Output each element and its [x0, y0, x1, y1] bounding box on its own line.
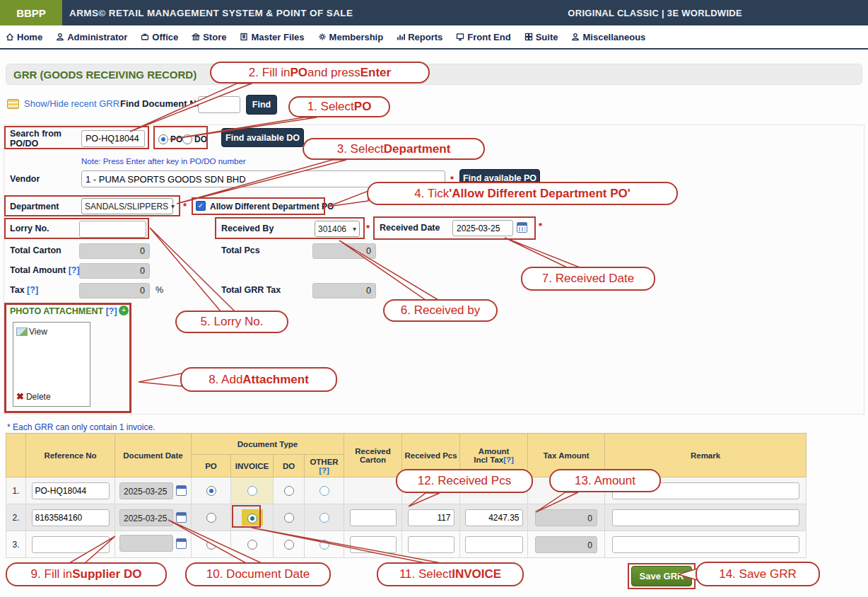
tax-amount-value: 0: [535, 509, 597, 526]
radio-do-circle[interactable]: [182, 134, 192, 144]
photo-view-link[interactable]: View: [16, 327, 47, 337]
total-amount-value: 0: [79, 263, 150, 279]
person-icon: [571, 33, 580, 41]
nav-item-office[interactable]: Office: [141, 32, 178, 42]
row1-other-radio[interactable]: [319, 486, 329, 496]
vendor-label: Vendor: [10, 174, 40, 184]
reference-no-input[interactable]: [32, 482, 110, 499]
total-pcs-label: Total Pcs: [221, 245, 260, 255]
chevron-down-icon: ▾: [353, 225, 356, 233]
total-pcs-value: 0: [312, 243, 376, 259]
tax-value: 0: [79, 283, 150, 298]
nav-item-suite[interactable]: Suite: [524, 32, 558, 42]
invoice-note: * Each GRR can only contain 1 invoice.: [7, 422, 155, 432]
table-row: 3. 0: [6, 531, 807, 558]
col-document-type: Document Type: [192, 434, 344, 455]
total-amount-label: Total Amount [?]: [10, 265, 80, 275]
calendar-icon[interactable]: [176, 512, 187, 523]
callout-3-select-department: 3. Select Department: [303, 138, 485, 160]
nav-item-store[interactable]: Store: [192, 32, 226, 42]
nav-item-miscellaneous[interactable]: Miscellaneous: [571, 32, 645, 42]
lorry-no-label: Lorry No.: [10, 224, 49, 233]
person-icon: [56, 33, 64, 41]
bank-icon: [192, 33, 200, 41]
callout-4-tick-allow: 4. Tick 'Allow Different Department PO': [367, 182, 678, 205]
reference-no-input[interactable]: [32, 536, 110, 553]
top-right-text: ORIGINAL CLASSIC | 3E WORLDWIDE: [568, 0, 742, 25]
radio-do[interactable]: DO: [182, 132, 207, 145]
save-grr-button[interactable]: Save GRR: [631, 566, 692, 586]
allow-different-department-checkbox[interactable]: ✓: [196, 201, 206, 211]
calendar-icon[interactable]: [517, 222, 527, 233]
received-by-label: Received By: [221, 224, 274, 233]
calendar-icon[interactable]: [176, 538, 187, 549]
received-pcs-input[interactable]: [408, 509, 454, 526]
find-document-row: Show/Hide recent GRR Find Document No. F…: [7, 96, 502, 117]
photo-delete-link[interactable]: ✖Delete: [16, 391, 51, 402]
received-carton-input[interactable]: [350, 509, 397, 526]
photo-attachment-title: PHOTO ATTACHMENT [?]: [10, 306, 117, 316]
tax-amount-value: 0: [535, 536, 597, 553]
radio-po-circle[interactable]: [158, 134, 168, 144]
nav-item-front-end[interactable]: Front End: [456, 32, 510, 42]
row1-do-radio[interactable]: [284, 486, 294, 496]
brand-badge: BBPP: [0, 0, 62, 25]
row2-do-radio[interactable]: [284, 513, 294, 523]
callout-1-select-po: 1. Select PO: [288, 96, 390, 117]
remark-input[interactable]: [612, 509, 799, 526]
reference-no-input[interactable]: [32, 509, 110, 526]
row1-invoice-radio[interactable]: [247, 486, 257, 496]
po-do-note: Note: Press Enter after key in PO/DO num…: [81, 157, 246, 166]
add-photo-icon[interactable]: +: [119, 306, 129, 315]
callout-5-lorry-no: 5. Lorry No.: [175, 311, 288, 333]
received-by-select[interactable]: 301406▾: [315, 221, 360, 237]
chevron-down-icon: ▾: [171, 202, 175, 210]
received-pcs-input[interactable]: [408, 536, 454, 553]
total-grr-tax-value: 0: [312, 283, 376, 298]
total-grr-tax-label: Total GRR Tax: [221, 285, 281, 295]
received-carton-input[interactable]: [350, 536, 397, 553]
remark-input[interactable]: [612, 536, 799, 553]
search-po-input[interactable]: [81, 130, 145, 147]
find-button[interactable]: Find: [246, 95, 277, 115]
row3-other-radio[interactable]: [319, 540, 329, 550]
nav-item-membership[interactable]: Membership: [318, 32, 384, 42]
col-po: PO: [192, 455, 231, 477]
amount-incl-tax-input[interactable]: [465, 536, 523, 553]
document-date-value: 2025-03-25: [119, 482, 173, 499]
home-icon: [6, 33, 14, 41]
amount-incl-tax-input[interactable]: [465, 509, 523, 526]
callout-10-document-date: 10. Document Date: [185, 562, 331, 586]
show-hide-recent-grr-link[interactable]: Show/Hide recent GRR: [24, 98, 119, 109]
row3-po-radio[interactable]: [206, 540, 216, 550]
find-document-input[interactable]: [198, 96, 240, 113]
row2-other-radio[interactable]: [319, 513, 329, 523]
tax-percent-suffix: %: [156, 285, 163, 295]
nav-item-master-files[interactable]: Master Files: [240, 32, 304, 42]
callout-7-received-date: 7. Received Date: [521, 267, 655, 291]
book-icon: [240, 33, 248, 41]
recent-grr-icon: [7, 99, 19, 109]
grr-lines-table: Reference No Document Date Document Type…: [6, 433, 807, 558]
main-nav: Home Administrator Office Store Master F…: [0, 25, 868, 50]
received-date-input[interactable]: [452, 220, 513, 236]
radio-po[interactable]: PO: [158, 132, 182, 145]
callout-8-add-attachment: 8. Add Attachment: [180, 367, 337, 392]
lorry-no-input[interactable]: [79, 221, 146, 238]
nav-item-reports[interactable]: Reports: [397, 32, 442, 42]
row2-invoice-radio[interactable]: [247, 514, 257, 523]
calendar-icon[interactable]: [176, 485, 187, 496]
monitor-icon: [456, 33, 464, 41]
find-available-do-button[interactable]: Find available DO: [221, 128, 304, 147]
row3-invoice-radio[interactable]: [247, 540, 257, 550]
row3-do-radio[interactable]: [284, 540, 294, 550]
row1-po-radio[interactable]: [206, 486, 216, 496]
document-date-value: 2025-03-25: [119, 509, 173, 526]
department-select[interactable]: SANDALS/SLIPPERS▾: [81, 198, 173, 214]
nav-item-home[interactable]: Home: [6, 32, 42, 42]
row2-po-radio[interactable]: [206, 513, 216, 523]
gear-icon: [318, 33, 327, 41]
col-received-carton: Received Carton: [344, 434, 402, 477]
nav-item-administrator[interactable]: Administrator: [56, 32, 127, 42]
col-row-number: [6, 434, 26, 477]
